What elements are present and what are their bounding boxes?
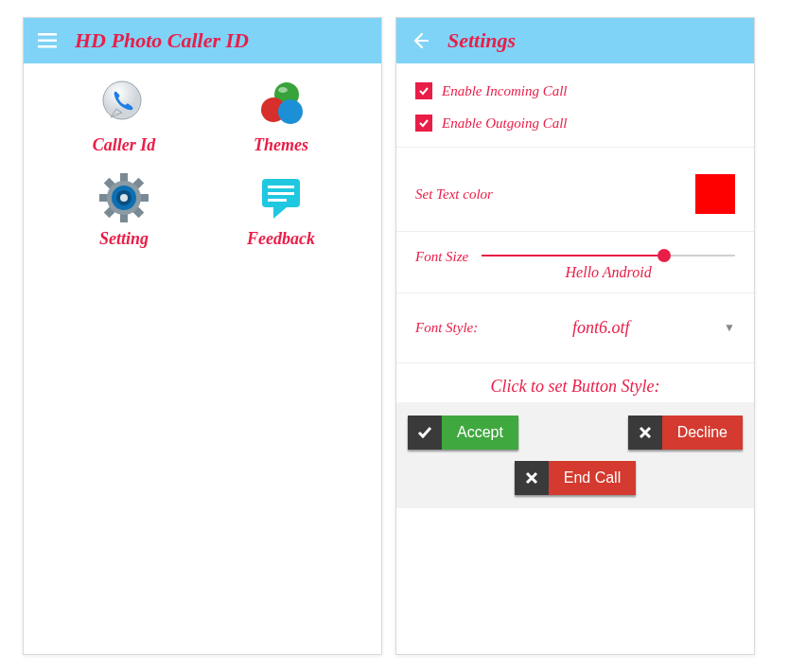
home-item-setting[interactable]: Setting — [50, 170, 198, 249]
color-swatch[interactable] — [695, 174, 735, 214]
close-icon — [515, 461, 549, 495]
decline-label: Decline — [662, 416, 743, 450]
button-style-header: Click to set Button Style: — [396, 371, 754, 402]
enable-outgoing-row[interactable]: Enable Outgoing Call — [396, 107, 754, 139]
color-circles-icon — [254, 77, 308, 132]
svg-point-6 — [278, 99, 303, 124]
end-call-label: End Call — [549, 461, 636, 495]
hamburger-icon[interactable] — [37, 30, 58, 51]
divider — [396, 292, 754, 293]
svg-point-19 — [120, 194, 128, 202]
svg-point-3 — [103, 81, 141, 119]
svg-rect-21 — [268, 186, 294, 188]
chat-icon — [254, 170, 308, 225]
end-call-button[interactable]: End Call — [515, 461, 636, 495]
svg-rect-1 — [38, 40, 57, 43]
svg-rect-22 — [268, 192, 294, 195]
home-label: Setting — [99, 229, 149, 249]
accept-label: Accept — [442, 416, 518, 450]
back-arrow-icon[interactable] — [410, 30, 430, 51]
home-item-callerid[interactable]: Caller Id — [50, 77, 198, 155]
checkbox-checked-icon[interactable] — [415, 82, 432, 99]
phone-bubble-icon — [96, 77, 151, 132]
home-label: Themes — [254, 135, 308, 155]
app-title: HD Photo Caller ID — [75, 28, 249, 53]
font-size-slider[interactable] — [482, 249, 735, 262]
settings-screen: Settings Enable Incoming Call Enable Out… — [395, 17, 755, 655]
settings-body: Enable Incoming Call Enable Outgoing Cal… — [396, 63, 754, 654]
font-size-label: Font Size — [415, 249, 468, 265]
accept-button[interactable]: Accept — [408, 416, 518, 450]
decline-button[interactable]: Decline — [628, 416, 743, 450]
settings-appbar: Settings — [396, 18, 754, 63]
home-item-themes[interactable]: Themes — [207, 77, 355, 155]
divider — [396, 147, 754, 148]
divider — [396, 363, 754, 363]
font-style-row[interactable]: Font Style: font6.otf ▼ — [396, 301, 754, 355]
check-icon — [408, 416, 442, 450]
home-appbar: HD Photo Caller ID — [24, 18, 381, 63]
text-color-row[interactable]: Set Text color — [396, 155, 754, 223]
chevron-down-icon[interactable]: ▼ — [724, 321, 735, 335]
svg-rect-0 — [38, 33, 57, 36]
home-item-feedback[interactable]: Feedback — [207, 170, 355, 249]
font-preview-text: Hello Android — [566, 264, 652, 281]
button-style-panel: Accept Decline End Call — [396, 402, 754, 508]
home-label: Feedback — [247, 229, 315, 249]
close-icon — [628, 416, 662, 450]
enable-incoming-row[interactable]: Enable Incoming Call — [396, 75, 754, 107]
font-style-value: font6.otf — [487, 318, 714, 338]
svg-rect-2 — [38, 45, 57, 48]
divider — [396, 231, 754, 232]
svg-rect-23 — [268, 199, 287, 202]
enable-incoming-label: Enable Incoming Call — [442, 83, 567, 99]
home-screen: HD Photo Caller ID Caller Id — [23, 17, 382, 655]
text-color-label: Set Text color — [415, 186, 493, 203]
home-grid: Caller Id Themes — [24, 63, 381, 262]
svg-point-7 — [278, 87, 288, 93]
settings-title: Settings — [447, 28, 516, 53]
gear-icon — [96, 170, 151, 225]
font-size-row: Font Size Hello Android — [396, 239, 754, 285]
checkbox-checked-icon[interactable] — [415, 115, 432, 132]
home-label: Caller Id — [93, 135, 156, 155]
font-style-label: Font Style: — [415, 320, 478, 336]
enable-outgoing-label: Enable Outgoing Call — [442, 115, 568, 132]
